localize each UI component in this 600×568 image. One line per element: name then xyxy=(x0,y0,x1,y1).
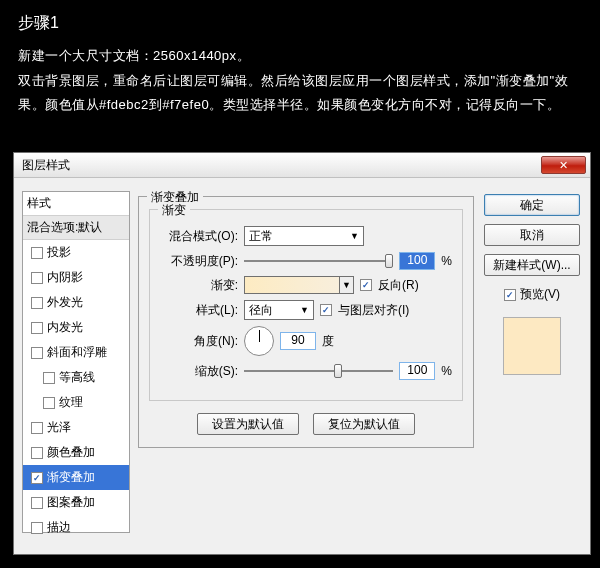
style-item-0[interactable]: 投影 xyxy=(23,240,129,265)
opacity-label: 不透明度(P): xyxy=(160,253,238,270)
ok-button[interactable]: 确定 xyxy=(484,194,580,216)
blend-options-header[interactable]: 混合选项:默认 xyxy=(23,216,129,240)
style-checkbox[interactable] xyxy=(31,497,43,509)
styles-panel: 样式 混合选项:默认 投影内阴影外发光内发光斜面和浮雕等高线纹理光泽颜色叠加渐变… xyxy=(22,191,130,533)
blend-mode-select[interactable]: 正常▼ xyxy=(244,226,364,246)
dialog-title: 图层样式 xyxy=(22,157,541,174)
style-checkbox[interactable] xyxy=(31,247,43,259)
style-item-label: 纹理 xyxy=(59,394,83,411)
style-item-label: 等高线 xyxy=(59,369,95,386)
style-label: 样式(L): xyxy=(160,302,238,319)
new-style-button[interactable]: 新建样式(W)... xyxy=(484,254,580,276)
style-item-label: 内发光 xyxy=(47,319,83,336)
align-label: 与图层对齐(I) xyxy=(338,302,409,319)
reverse-checkbox[interactable] xyxy=(360,279,372,291)
style-checkbox[interactable] xyxy=(31,322,43,334)
angle-label: 角度(N): xyxy=(160,333,238,350)
step-title: 步骤1 xyxy=(18,13,582,34)
style-checkbox[interactable] xyxy=(31,347,43,359)
angle-dial[interactable] xyxy=(244,326,274,356)
gradient-swatch[interactable]: ▼ xyxy=(244,276,354,294)
style-item-label: 描边 xyxy=(47,519,71,536)
style-checkbox[interactable] xyxy=(31,522,43,534)
scale-label: 缩放(S): xyxy=(160,363,238,380)
preview-swatch xyxy=(503,317,561,375)
style-item-11[interactable]: 描边 xyxy=(23,515,129,540)
preview-checkbox[interactable] xyxy=(504,289,516,301)
style-item-1[interactable]: 内阴影 xyxy=(23,265,129,290)
gradient-label: 渐变: xyxy=(160,277,238,294)
style-item-label: 斜面和浮雕 xyxy=(47,344,107,361)
style-item-label: 图案叠加 xyxy=(47,494,95,511)
opacity-unit: % xyxy=(441,254,452,268)
style-item-6[interactable]: 纹理 xyxy=(23,390,129,415)
blend-mode-value: 正常 xyxy=(249,228,273,245)
style-item-5[interactable]: 等高线 xyxy=(23,365,129,390)
style-checkbox[interactable] xyxy=(31,297,43,309)
style-item-9[interactable]: 渐变叠加 xyxy=(23,465,129,490)
style-item-label: 渐变叠加 xyxy=(47,469,95,486)
gradient-group-label: 渐变 xyxy=(158,202,190,219)
style-checkbox[interactable] xyxy=(43,372,55,384)
scale-slider[interactable] xyxy=(244,362,393,380)
style-item-label: 内阴影 xyxy=(47,269,83,286)
style-checkbox[interactable] xyxy=(31,472,43,484)
style-item-label: 颜色叠加 xyxy=(47,444,95,461)
preview-label: 预览(V) xyxy=(520,286,560,303)
style-checkbox[interactable] xyxy=(43,397,55,409)
style-item-label: 外发光 xyxy=(47,294,83,311)
cancel-button[interactable]: 取消 xyxy=(484,224,580,246)
reset-default-button[interactable]: 复位为默认值 xyxy=(313,413,415,435)
style-checkbox[interactable] xyxy=(31,272,43,284)
angle-input[interactable]: 90 xyxy=(280,332,316,350)
close-button[interactable]: ✕ xyxy=(541,156,586,174)
chevron-down-icon: ▼ xyxy=(300,305,309,315)
style-item-2[interactable]: 外发光 xyxy=(23,290,129,315)
step-text-1: 新建一个大尺寸文档：2560x1440px。 xyxy=(18,44,582,69)
style-select[interactable]: 径向▼ xyxy=(244,300,314,320)
style-checkbox[interactable] xyxy=(31,422,43,434)
style-item-8[interactable]: 颜色叠加 xyxy=(23,440,129,465)
style-checkbox[interactable] xyxy=(31,447,43,459)
step-text-2: 双击背景图层，重命名后让图层可编辑。然后给该图层应用一个图层样式，添加"渐变叠加… xyxy=(18,69,582,118)
style-item-7[interactable]: 光泽 xyxy=(23,415,129,440)
chevron-down-icon: ▼ xyxy=(350,231,359,241)
opacity-input[interactable]: 100 xyxy=(399,252,435,270)
style-item-3[interactable]: 内发光 xyxy=(23,315,129,340)
scale-input[interactable]: 100 xyxy=(399,362,435,380)
styles-header[interactable]: 样式 xyxy=(23,192,129,216)
scale-unit: % xyxy=(441,364,452,378)
style-item-label: 光泽 xyxy=(47,419,71,436)
titlebar: 图层样式 ✕ xyxy=(14,153,590,178)
style-item-4[interactable]: 斜面和浮雕 xyxy=(23,340,129,365)
style-item-label: 投影 xyxy=(47,244,71,261)
gradient-group: 渐变 混合模式(O): 正常▼ 不透明度(P): 100 % xyxy=(149,209,463,401)
style-item-10[interactable]: 图案叠加 xyxy=(23,490,129,515)
align-checkbox[interactable] xyxy=(320,304,332,316)
gradient-overlay-fieldset: 渐变叠加 渐变 混合模式(O): 正常▼ 不透明度(P): xyxy=(138,196,474,448)
angle-unit: 度 xyxy=(322,333,334,350)
chevron-down-icon: ▼ xyxy=(339,277,353,293)
style-value: 径向 xyxy=(249,302,273,319)
opacity-slider[interactable] xyxy=(244,252,393,270)
reverse-label: 反向(R) xyxy=(378,277,419,294)
set-default-button[interactable]: 设置为默认值 xyxy=(197,413,299,435)
blend-mode-label: 混合模式(O): xyxy=(160,228,238,245)
layer-style-dialog: 图层样式 ✕ 样式 混合选项:默认 投影内阴影外发光内发光斜面和浮雕等高线纹理光… xyxy=(13,152,591,555)
